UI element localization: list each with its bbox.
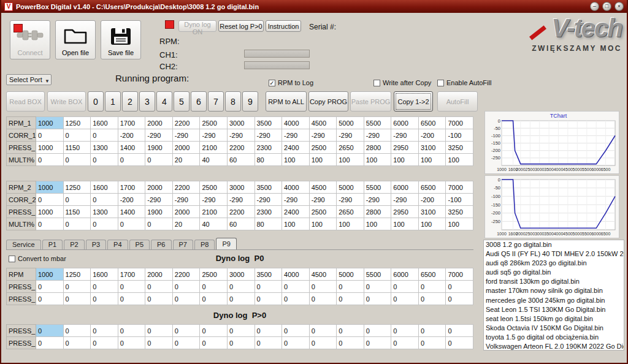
- value-cell[interactable]: 6500: [418, 181, 446, 194]
- value-cell[interactable]: -290: [145, 129, 173, 142]
- value-cell[interactable]: 4500: [309, 181, 337, 194]
- value-cell[interactable]: 5000: [337, 181, 364, 194]
- value-cell[interactable]: 1000: [36, 142, 64, 154]
- value-cell[interactable]: 0: [63, 337, 91, 349]
- value-cell[interactable]: 0: [118, 337, 145, 349]
- value-cell[interactable]: 0: [200, 293, 228, 305]
- tab-p9[interactable]: P9: [216, 238, 236, 249]
- value-cell[interactable]: 1400: [118, 142, 145, 154]
- value-cell[interactable]: 0: [337, 325, 364, 337]
- file-list-item[interactable]: master 170km nowy silnik go digital.bin: [484, 286, 624, 295]
- rpm-to-log-checkbox[interactable]: ✓ RPM to Log: [269, 79, 313, 86]
- value-cell[interactable]: -290: [364, 194, 391, 206]
- value-cell[interactable]: 0: [391, 293, 419, 305]
- value-cell[interactable]: 0: [200, 281, 228, 293]
- value-cell[interactable]: -290: [309, 194, 337, 206]
- value-cell[interactable]: 0: [446, 325, 473, 337]
- value-cell[interactable]: 6500: [418, 268, 446, 281]
- reset-log-button[interactable]: Reset log P>0: [218, 20, 264, 32]
- value-cell[interactable]: 7000: [446, 181, 473, 194]
- value-cell[interactable]: 1600: [91, 181, 118, 194]
- value-cell[interactable]: -290: [364, 129, 391, 142]
- value-cell[interactable]: -290: [172, 194, 200, 206]
- value-cell[interactable]: 0: [145, 218, 173, 230]
- value-cell[interactable]: 0: [309, 337, 337, 349]
- value-cell[interactable]: 6000: [391, 268, 419, 281]
- value-cell[interactable]: 2300: [255, 206, 282, 218]
- value-cell[interactable]: 2000: [172, 206, 200, 218]
- value-cell[interactable]: 4000: [282, 117, 310, 129]
- value-cell[interactable]: 0: [145, 293, 173, 305]
- dyno-log-button[interactable]: Dyno log ON: [178, 20, 216, 32]
- autofill-button[interactable]: AutoFill: [437, 91, 478, 112]
- value-cell[interactable]: 100: [446, 154, 473, 166]
- value-cell[interactable]: 0: [36, 218, 64, 230]
- value-cell[interactable]: 2400: [282, 206, 310, 218]
- value-cell[interactable]: 7000: [446, 268, 473, 281]
- tab-p6[interactable]: P6: [151, 240, 171, 249]
- value-cell[interactable]: 6000: [391, 181, 419, 194]
- file-list-item[interactable]: mercedes gle 300d 245km go digital.bin: [484, 296, 624, 305]
- value-cell[interactable]: 0: [418, 325, 446, 337]
- value-cell[interactable]: 0: [309, 325, 337, 337]
- value-cell[interactable]: 5000: [337, 268, 364, 281]
- value-cell[interactable]: 60: [227, 218, 255, 230]
- value-cell[interactable]: 0: [118, 293, 145, 305]
- value-cell[interactable]: 1250: [63, 117, 91, 129]
- value-cell[interactable]: 2000: [172, 142, 200, 154]
- value-cell[interactable]: 0: [255, 293, 282, 305]
- titlebar[interactable]: V PowerBox Digital v1.40 - C:\Users\Prod…: [1, 0, 627, 13]
- value-cell[interactable]: 2200: [172, 181, 200, 194]
- value-cell[interactable]: 100: [446, 218, 473, 230]
- select-port-dropdown[interactable]: Select Port ▼: [6, 74, 52, 85]
- value-cell[interactable]: -290: [200, 194, 228, 206]
- value-cell[interactable]: 40: [200, 218, 228, 230]
- value-cell[interactable]: 100: [364, 218, 391, 230]
- value-cell[interactable]: 0: [200, 325, 228, 337]
- value-cell[interactable]: 0: [63, 281, 91, 293]
- value-cell[interactable]: 4000: [282, 181, 310, 194]
- value-cell[interactable]: 20: [172, 218, 200, 230]
- value-cell[interactable]: 0: [36, 293, 64, 305]
- value-cell[interactable]: 1700: [118, 117, 145, 129]
- value-cell[interactable]: 3100: [418, 142, 446, 154]
- value-cell[interactable]: 0: [227, 337, 255, 349]
- enable-autofill-checkbox[interactable]: Enable AutoFill: [437, 79, 491, 86]
- value-cell[interactable]: 0: [446, 293, 473, 305]
- value-cell[interactable]: 0: [172, 337, 200, 349]
- value-cell[interactable]: 1400: [118, 206, 145, 218]
- instruction-button[interactable]: Instruction: [266, 20, 301, 32]
- value-cell[interactable]: 3100: [418, 206, 446, 218]
- value-cell[interactable]: 100: [309, 154, 337, 166]
- value-cell[interactable]: 0: [282, 325, 310, 337]
- digit-button-8[interactable]: 8: [225, 91, 241, 112]
- value-cell[interactable]: 0: [337, 337, 364, 349]
- value-cell[interactable]: -290: [227, 129, 255, 142]
- value-cell[interactable]: 1250: [63, 268, 91, 281]
- value-cell[interactable]: 3250: [446, 142, 473, 154]
- value-cell[interactable]: -290: [145, 194, 173, 206]
- value-cell[interactable]: 40: [200, 154, 228, 166]
- value-cell[interactable]: 0: [418, 293, 446, 305]
- value-cell[interactable]: -290: [255, 129, 282, 142]
- value-cell[interactable]: 0: [63, 129, 91, 142]
- value-cell[interactable]: 0: [91, 325, 118, 337]
- value-cell[interactable]: -200: [418, 194, 446, 206]
- value-cell[interactable]: 0: [309, 281, 337, 293]
- tab-service[interactable]: Service: [6, 240, 41, 249]
- value-cell[interactable]: 0: [63, 154, 91, 166]
- write-box-button[interactable]: Write BOX: [47, 91, 86, 112]
- value-cell[interactable]: 1000: [36, 117, 64, 129]
- value-cell[interactable]: 3000: [227, 268, 255, 281]
- value-cell[interactable]: 4500: [309, 117, 337, 129]
- value-cell[interactable]: 0: [255, 281, 282, 293]
- value-cell[interactable]: 7000: [446, 117, 473, 129]
- value-cell[interactable]: 20: [172, 154, 200, 166]
- value-cell[interactable]: 2500: [200, 117, 228, 129]
- file-list-item[interactable]: Skoda Octavia IV 150KM Go Digital.bin: [484, 324, 624, 333]
- value-cell[interactable]: 6500: [418, 117, 446, 129]
- value-cell[interactable]: 5500: [364, 268, 391, 281]
- value-cell[interactable]: 0: [337, 281, 364, 293]
- digit-button-1[interactable]: 1: [105, 91, 121, 112]
- maximize-button[interactable]: □: [602, 2, 611, 11]
